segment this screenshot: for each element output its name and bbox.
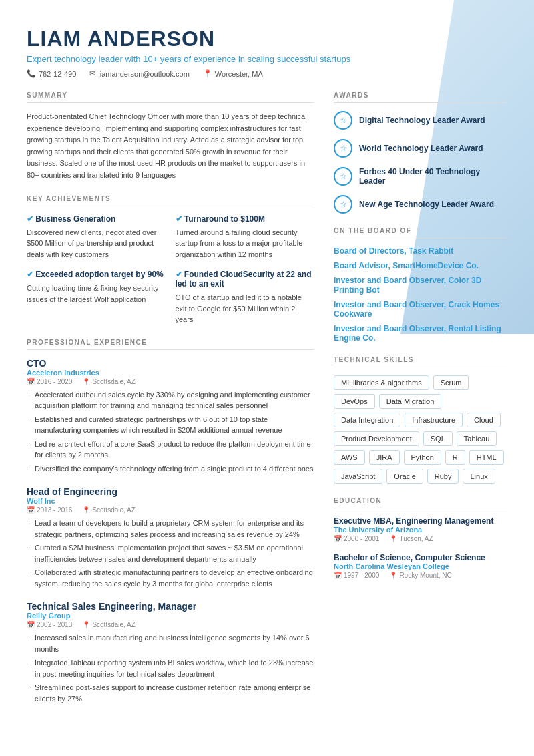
achievement-title: Turnaround to $100M [176, 214, 314, 224]
skill-tag: Oracle [386, 469, 423, 484]
award-item: ☆ World Technology Leader Award [334, 139, 507, 158]
email: ✉ liamanderson@outlook.com [89, 69, 190, 78]
education-section: EDUCATION Executive MBA, Engineering Man… [334, 497, 507, 579]
job-bullets: Lead a team of developers to build a pro… [27, 518, 314, 589]
edu-dates: 📅 1997 - 2000 [334, 572, 379, 579]
skills-tags: ML libraries & algorithms Scrum DevOps D… [334, 375, 507, 484]
achievement-title: Exceeded adoption target by 90% [27, 270, 166, 279]
job-location: 📍 Scottsdale, AZ [82, 378, 135, 385]
calendar-icon: 📅 [27, 378, 35, 385]
job-location: 📍 Scottsdale, AZ [82, 621, 135, 628]
edu-location: 📍 Tucson, AZ [389, 535, 433, 542]
resume-page: LIAM ANDERSON Expert technology leader w… [0, 0, 534, 756]
edu-school: The University of Arizona [334, 526, 507, 534]
skill-tag: R [445, 450, 465, 465]
job-title: Technical Sales Engineering, Manager [27, 601, 314, 612]
job-dates: 📅 2002 - 2013 [27, 621, 72, 628]
job-dates: 📅 2016 - 2020 [27, 378, 72, 385]
achievements-grid: Business Generation Discovered new clien… [27, 214, 314, 325]
phone-icon: 📞 [27, 69, 36, 78]
edu-school: North Carolina Wesleyan College [334, 562, 507, 570]
skill-tag: Scrum [433, 375, 469, 390]
job-meta: 📅 2013 - 2016 📍 Scottsdale, AZ [27, 506, 314, 514]
candidate-name: LIAM ANDERSON [27, 27, 507, 51]
experience-section: PROFESSIONAL EXPERIENCE CTO Acceleron In… [27, 339, 314, 705]
bullet-item: Lead a team of developers to build a pro… [27, 518, 314, 540]
skills-title: TECHNICAL SKILLS [334, 356, 507, 367]
bullet-item: Streamlined post-sales support to increa… [27, 682, 314, 704]
right-column: AWARDS ☆ Digital Technology Leader Award… [334, 91, 507, 717]
achievement-desc: Discovered new clients, negotiated over … [27, 227, 166, 260]
job-title: Head of Engineering [27, 486, 314, 497]
achievement-item: Business Generation Discovered new clien… [27, 214, 166, 260]
location-icon: 📍 [389, 572, 397, 579]
contact-info: 📞 762-12-490 ✉ liamanderson@outlook.com … [27, 69, 507, 78]
edu-meta: 📅 2000 - 2001 📍 Tucson, AZ [334, 535, 507, 542]
board-item: Board Advisor, SmartHomeDevice Co. [334, 261, 507, 270]
award-item: ☆ Digital Technology Leader Award [334, 111, 507, 130]
skills-section: TECHNICAL SKILLS ML libraries & algorith… [334, 356, 507, 484]
location-icon: 📍 [203, 69, 212, 78]
skill-tag: Cloud [467, 413, 501, 427]
award-item: ☆ New Age Technology Leader Award [334, 195, 507, 214]
candidate-tagline: Expert technology leader with 10+ years … [27, 54, 507, 64]
achievement-item: Turnaround to $100M Turned around a fail… [176, 214, 314, 260]
job-meta: 📅 2016 - 2020 📍 Scottsdale, AZ [27, 378, 314, 385]
phone: 📞 762-12-490 [27, 69, 76, 78]
awards-section: AWARDS ☆ Digital Technology Leader Award… [334, 91, 507, 214]
calendar-icon: 📅 [334, 572, 342, 579]
bullet-item: Established and curated strategic partne… [27, 414, 314, 436]
edu-meta: 📅 1997 - 2000 📍 Rocky Mount, NC [334, 572, 507, 579]
board-item: Investor and Board Observer, Rental List… [334, 324, 507, 343]
edu-item: Executive MBA, Engineering Management Th… [334, 516, 507, 542]
edu-degree: Bachelor of Science, Computer Science [334, 553, 507, 562]
award-icon: ☆ [334, 139, 352, 158]
skill-tag: ML libraries & algorithms [334, 375, 429, 390]
bullet-item: Integrated Tableau reporting system into… [27, 657, 314, 679]
location-icon: 📍 [82, 506, 90, 514]
bullet-item: Increased sales in manufacturing and bus… [27, 632, 314, 654]
achievement-title: Business Generation [27, 214, 166, 224]
award-text: World Technology Leader Award [359, 144, 483, 153]
location-icon: 📍 [82, 621, 90, 628]
board-item: Board of Directors, Task Rabbit [334, 246, 507, 256]
skill-tag: Tableau [457, 431, 497, 446]
left-column: SUMMARY Product-orientated Chief Technol… [27, 91, 314, 717]
job-bullets: Increased sales in manufacturing and bus… [27, 632, 314, 704]
achievements-title: KEY ACHIEVEMENTS [27, 195, 314, 206]
summary-section: SUMMARY Product-orientated Chief Technol… [27, 91, 314, 182]
award-text: Digital Technology Leader Award [359, 116, 485, 125]
summary-title: SUMMARY [27, 91, 314, 103]
job-location: 📍 Scottsdale, AZ [82, 506, 135, 514]
skill-tag: JavaScript [334, 469, 382, 484]
location: 📍 Worcester, MA [203, 69, 263, 78]
award-text: Forbes 40 Under 40 Technology Leader [359, 167, 507, 186]
board-section: ON THE BOARD OF Board of Directors, Task… [334, 227, 507, 343]
skill-tag: Linux [463, 469, 495, 484]
skill-tag: Product Development [334, 431, 419, 446]
achievement-item: Exceeded adoption target by 90% Cutting … [27, 270, 166, 325]
location-icon: 📍 [389, 535, 397, 542]
skill-tag: HTML [469, 450, 504, 465]
bullet-item: Curated a $2M business implementation pr… [27, 542, 314, 564]
calendar-icon: 📅 [334, 535, 342, 542]
achievements-section: KEY ACHIEVEMENTS Business Generation Dis… [27, 195, 314, 325]
experience-title: PROFESSIONAL EXPERIENCE [27, 339, 314, 350]
header: LIAM ANDERSON Expert technology leader w… [27, 27, 507, 78]
skill-tag: SQL [423, 431, 453, 446]
board-item: Investor and Board Observer, Crack Homes… [334, 300, 507, 319]
skill-tag: Data Integration [334, 413, 400, 427]
award-icon: ☆ [334, 111, 352, 130]
achievement-title: Founded CloudSecurity at 22 and led to a… [176, 270, 314, 289]
skill-tag: Infrastructure [405, 413, 463, 427]
awards-title: AWARDS [334, 91, 507, 103]
award-text: New Age Technology Leader Award [359, 200, 494, 209]
job-item: Head of Engineering Wolf Inc 📅 2013 - 20… [27, 486, 314, 589]
bullet-item: Diversified the company's technology off… [27, 463, 314, 475]
location-icon: 📍 [82, 378, 90, 385]
award-item: ☆ Forbes 40 Under 40 Technology Leader [334, 167, 507, 186]
achievement-desc: Turned around a failing cloud security s… [176, 227, 314, 260]
job-bullets: Accelerated outbound sales cycle by 330%… [27, 389, 314, 475]
achievement-desc: CTO of a startup and led it to a notable… [176, 292, 314, 325]
job-item: CTO Acceleron Industries 📅 2016 - 2020 📍… [27, 358, 314, 475]
